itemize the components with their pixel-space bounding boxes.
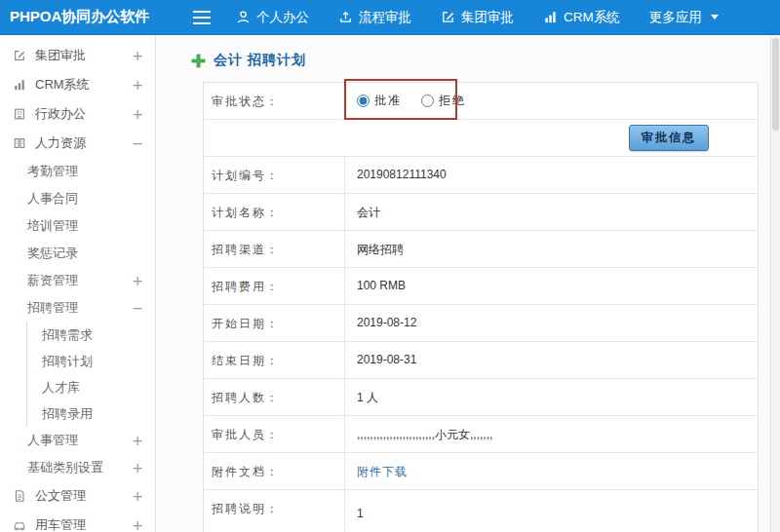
radio-reject-input[interactable] — [421, 95, 434, 107]
field-value: 会计 — [345, 194, 758, 230]
nav-workflow-approval[interactable]: 流程审批 — [338, 9, 411, 26]
collapse-icon[interactable]: − — [132, 135, 143, 151]
expander-icon[interactable]: + — [132, 273, 143, 288]
sidebar-label: 公文管理 — [35, 487, 132, 505]
sidebar-item-hr-contract[interactable]: 人事合同 — [0, 185, 155, 212]
field-label: 招聘人数： — [204, 379, 345, 415]
approval-status-row: 审批状态： 批准 拒绝 — [204, 83, 758, 120]
approval-info-button[interactable]: 审批信息 — [629, 125, 709, 151]
radio-approve[interactable]: 批准 — [357, 93, 402, 109]
expander-icon[interactable]: + — [132, 517, 143, 532]
hr-icon — [12, 136, 27, 150]
expander-icon[interactable]: + — [132, 488, 143, 504]
sidebar-item-salary[interactable]: 薪资管理 + — [0, 267, 155, 294]
sidebar-label: 薪资管理 — [27, 272, 132, 289]
sidebar-label: 人事合同 — [27, 190, 143, 208]
nav-more-apps[interactable]: 更多应用 — [649, 9, 719, 26]
doc-icon — [12, 489, 27, 503]
sidebar-item-group-approval[interactable]: 集团审批 + — [0, 41, 155, 70]
nav-group-approval[interactable]: 集团审批 — [441, 9, 514, 26]
sidebar-item-recruit-demand[interactable]: 招聘需求 — [27, 322, 155, 348]
field-row-attachment: 附件文档： 附件下载 — [204, 453, 758, 490]
sidebar-item-documents[interactable]: 公文管理 + — [0, 481, 155, 511]
sidebar-item-recruit-hire[interactable]: 招聘录用 — [27, 400, 155, 427]
field-value: 1 2 — [345, 490, 758, 532]
collapse-icon[interactable]: − — [132, 300, 143, 316]
sidebar-label: 招聘管理 — [27, 299, 132, 317]
expander-icon[interactable]: + — [132, 433, 143, 448]
topbar: PHPOA协同办公软件 个人办公 流程审批 集团审批 CRM系统 更多应用 — [0, 0, 780, 35]
sidebar-label: 考勤管理 — [27, 163, 143, 180]
nav-personal-office[interactable]: 个人办公 — [236, 9, 309, 26]
field-label: 计划编号： — [204, 157, 345, 193]
top-navigation: 个人办公 流程审批 集团审批 CRM系统 更多应用 — [236, 9, 719, 26]
edit-icon — [12, 49, 27, 62]
sidebar-label: 基础类别设置 — [27, 459, 132, 476]
chart-icon — [12, 78, 27, 92]
sidebar-item-talent-pool[interactable]: 人才库 — [27, 374, 155, 400]
field-label: 招聘费用： — [204, 268, 345, 304]
attachment-download-link[interactable]: 附件下载 — [357, 465, 408, 478]
sidebar-item-recruitment[interactable]: 招聘管理 − — [0, 294, 155, 322]
field-row-start-date: 开始日期： 2019-08-12 — [204, 305, 758, 342]
vertical-scrollbar[interactable] — [770, 35, 780, 532]
sidebar-item-training[interactable]: 培训管理 — [0, 212, 155, 240]
hamburger-icon — [193, 11, 211, 24]
radio-approve-label: 批准 — [374, 93, 402, 109]
sidebar-item-admin-office[interactable]: 行政办公 + — [0, 99, 155, 129]
sidebar-item-recruit-plan[interactable]: 招聘计划 — [27, 348, 155, 374]
field-label: 开始日期： — [204, 305, 345, 341]
radio-reject-label: 拒绝 — [439, 93, 466, 109]
expander-icon[interactable]: + — [132, 48, 143, 63]
menu-toggle[interactable] — [193, 11, 211, 24]
expander-icon[interactable]: + — [132, 77, 143, 93]
field-row-end-date: 结束日期： 2019-08-31 — [204, 342, 758, 379]
radio-reject[interactable]: 拒绝 — [421, 93, 466, 109]
approval-status-label: 审批状态： — [204, 83, 345, 119]
recruit-plan-form: 审批状态： 批准 拒绝 审批信息 计划 — [203, 82, 759, 532]
sidebar-label: 招聘需求 — [42, 326, 143, 344]
caret-down-icon — [711, 15, 719, 19]
sidebar-label: 行政办公 — [35, 105, 132, 123]
scrollbar-thumb[interactable] — [772, 38, 779, 131]
field-row-channel: 招聘渠道： 网络招聘 — [204, 231, 758, 268]
field-row-description: 招聘说明： 1 2 — [204, 490, 758, 532]
nav-label: 流程审批 — [359, 9, 411, 26]
sidebar-item-crm[interactable]: CRM系统 + — [0, 70, 155, 99]
field-row-cost: 招聘费用： 100 RMB — [204, 268, 758, 305]
field-value: 1 人 — [345, 379, 758, 415]
sidebar-item-personnel[interactable]: 人事管理 + — [0, 427, 155, 454]
sidebar-item-attendance[interactable]: 考勤管理 — [0, 158, 155, 185]
sidebar-label: 人事管理 — [27, 432, 132, 449]
field-row-plan-name: 计划名称： 会计 — [204, 194, 758, 231]
plus-icon — [191, 54, 206, 68]
workflow-icon — [338, 10, 353, 24]
sidebar-label: 人才库 — [42, 379, 143, 397]
car-icon — [12, 518, 27, 532]
sidebar-label: 培训管理 — [27, 217, 143, 235]
main-layout: 集团审批 + CRM系统 + 行政办公 + 人力资源 − 考勤管理 人事合同 培… — [0, 35, 780, 532]
sidebar-label: 用车管理 — [35, 516, 132, 532]
radio-approve-input[interactable] — [357, 95, 370, 107]
field-value: 100 RMB — [345, 268, 758, 304]
field-value: 20190812111340 — [345, 157, 758, 193]
sidebar-item-rewards[interactable]: 奖惩记录 — [0, 240, 155, 267]
nav-label: 个人办公 — [256, 9, 309, 26]
nav-label: CRM系统 — [564, 9, 620, 26]
sidebar-label: CRM系统 — [35, 76, 132, 94]
sidebar-item-vehicle[interactable]: 用车管理 + — [0, 511, 155, 532]
expander-icon[interactable]: + — [132, 106, 143, 122]
expander-icon[interactable]: + — [132, 460, 143, 475]
recruitment-submenu: 招聘需求 招聘计划 人才库 招聘录用 — [26, 322, 155, 427]
sidebar-item-base-category[interactable]: 基础类别设置 + — [0, 454, 155, 481]
sidebar-label: 集团审批 — [35, 47, 132, 64]
sidebar-item-human-resources[interactable]: 人力资源 − — [0, 129, 155, 158]
field-label: 附件文档： — [204, 453, 345, 489]
user-icon — [236, 10, 251, 24]
field-value: 附件下载 — [345, 453, 758, 489]
field-value: 2019-08-12 — [345, 305, 758, 341]
sidebar-label: 人力资源 — [35, 134, 132, 152]
nav-label: 更多应用 — [649, 9, 702, 26]
nav-crm-system[interactable]: CRM系统 — [543, 9, 620, 26]
page-title-text: 会计 招聘计划 — [214, 52, 306, 69]
